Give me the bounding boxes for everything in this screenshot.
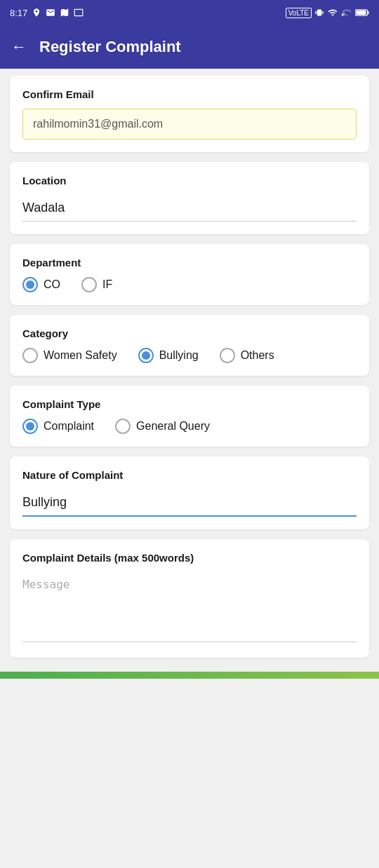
vibrate-icon [315, 8, 324, 18]
complaint-type-complaint-dot [26, 422, 34, 430]
category-bullying-label: Bullying [159, 349, 199, 362]
category-women-safety-option[interactable]: Women Safety [22, 348, 117, 363]
department-card: Department CO IF [10, 244, 369, 305]
department-if-option[interactable]: IF [81, 277, 112, 292]
status-left: 8:17 [10, 8, 84, 18]
complaint-type-radio-group: Complaint General Query [22, 419, 357, 434]
app-bar: ← Register Complaint [0, 25, 379, 69]
nature-label: Nature of Complaint [22, 469, 357, 481]
complaint-type-general-option[interactable]: General Query [115, 419, 210, 434]
complaint-details-card: Complaint Details (max 500words) [10, 539, 369, 658]
confirm-email-card: Confirm Email [10, 76, 369, 152]
complaint-details-label: Complaint Details (max 500words) [22, 552, 357, 564]
wifi-icon [327, 8, 338, 18]
category-women-safety-label: Women Safety [44, 349, 117, 362]
category-bullying-option[interactable]: Bullying [138, 348, 199, 363]
mail-icon [46, 8, 55, 18]
nature-card: Nature of Complaint [10, 456, 369, 529]
complaint-type-complaint-radio[interactable] [22, 419, 38, 434]
screen-icon [74, 8, 84, 18]
category-label: Category [22, 327, 357, 339]
location-label: Location [22, 175, 357, 187]
status-bar: 8:17 VoLTE [0, 0, 379, 25]
status-time: 8:17 [10, 8, 27, 18]
department-label: Department [22, 257, 357, 269]
volte-badge: VoLTE [286, 8, 312, 18]
category-radio-group: Women Safety Bullying Others [22, 348, 357, 363]
department-if-radio[interactable] [81, 277, 97, 292]
department-co-dot [26, 280, 34, 289]
svg-rect-3 [368, 11, 369, 14]
svg-rect-0 [342, 13, 343, 16]
form-content: Confirm Email Location Department CO IF … [0, 69, 379, 672]
complaint-type-card: Complaint Type Complaint General Query [10, 386, 369, 447]
confirm-email-label: Confirm Email [22, 88, 357, 100]
location-input[interactable] [22, 195, 357, 222]
back-button[interactable]: ← [11, 38, 27, 56]
signal-icon [342, 8, 352, 18]
category-women-safety-radio[interactable] [22, 348, 38, 363]
location-card: Location [10, 162, 369, 234]
complaint-type-label: Complaint Type [22, 398, 357, 410]
department-co-label: CO [44, 278, 60, 291]
category-others-radio[interactable] [220, 348, 235, 363]
complaint-type-complaint-label: Complaint [44, 420, 94, 433]
department-co-radio[interactable] [22, 277, 38, 292]
confirm-email-input[interactable] [22, 109, 357, 140]
status-right: VoLTE [286, 8, 369, 18]
category-bullying-radio[interactable] [138, 348, 154, 363]
department-if-label: IF [102, 278, 112, 291]
svg-rect-1 [343, 12, 345, 15]
category-card: Category Women Safety Bullying Others [10, 315, 369, 376]
complaint-type-complaint-option[interactable]: Complaint [22, 419, 94, 434]
svg-rect-4 [356, 11, 366, 15]
location-icon [32, 8, 41, 18]
complaint-type-general-label: General Query [136, 420, 210, 433]
category-others-option[interactable]: Others [220, 348, 274, 363]
battery-icon [355, 8, 369, 17]
category-bullying-dot [142, 351, 150, 360]
category-others-label: Others [241, 349, 274, 362]
complaint-type-general-radio[interactable] [115, 419, 131, 434]
page-title: Register Complaint [39, 38, 181, 56]
map-icon [60, 8, 69, 18]
department-radio-group: CO IF [22, 277, 357, 292]
department-co-option[interactable]: CO [22, 277, 60, 292]
bottom-bar [0, 672, 379, 679]
complaint-details-textarea[interactable] [22, 572, 357, 642]
nature-input[interactable] [22, 489, 357, 517]
